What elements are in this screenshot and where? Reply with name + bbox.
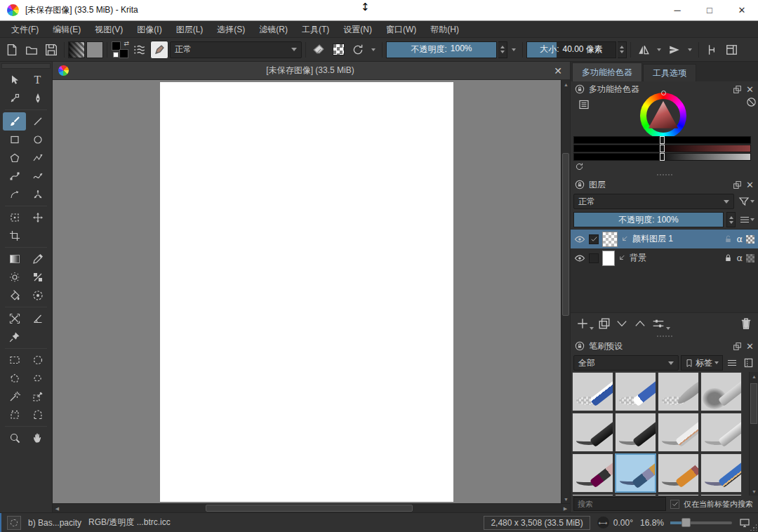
close-docker-icon[interactable]: ✕ [746, 84, 754, 95]
tool-freehand-path[interactable] [26, 167, 49, 185]
tool-color-sampler[interactable] [26, 250, 49, 268]
lock-icon[interactable] [724, 253, 733, 262]
layer-row-background[interactable]: 背景 α [571, 248, 758, 267]
layer-filter-icon[interactable] [737, 194, 755, 209]
tool-fill[interactable] [3, 286, 26, 305]
alpha-lock-icon[interactable]: α [736, 234, 743, 244]
open-document-button[interactable] [22, 41, 41, 59]
preset-wet-brush-selected[interactable] [615, 453, 656, 493]
size-spinner[interactable] [618, 41, 627, 58]
visibility-eye-icon[interactable] [574, 253, 585, 264]
menu-tools[interactable]: 工具(T) [295, 21, 336, 38]
layer-thumbnail[interactable] [602, 251, 615, 266]
canvas-page[interactable] [160, 82, 453, 502]
preset-stick-eraser[interactable] [615, 372, 656, 411]
tool-polygon-select[interactable] [3, 369, 26, 387]
menu-edit[interactable]: 编辑(E) [46, 21, 88, 38]
duplicate-layer-button[interactable] [598, 317, 611, 330]
tool-bezier-curve[interactable] [3, 167, 26, 185]
shade-bar-1[interactable] [573, 136, 751, 144]
tool-pan[interactable] [26, 429, 49, 447]
preset-block-eraser[interactable] [572, 372, 613, 411]
brush-size-slider[interactable]: 大小:40.00 像素 [526, 41, 616, 58]
layer-blend-dropdown[interactable]: 正常 [573, 194, 734, 209]
menu-layer[interactable]: 图层(L) [169, 21, 211, 38]
tool-assistants[interactable] [3, 310, 26, 328]
tool-similar-select[interactable] [26, 387, 49, 406]
tool-polygon[interactable] [3, 149, 26, 167]
move-layer-up-button[interactable] [633, 317, 647, 330]
rotation-value[interactable]: 0.00° [613, 518, 633, 528]
preset-partial-row[interactable] [572, 494, 613, 496]
save-button[interactable] [42, 41, 60, 59]
preset-filter-dropdown[interactable]: 全部 [573, 355, 679, 371]
vscroll-thumb[interactable] [562, 153, 569, 316]
preset-display-mode-icon[interactable] [741, 355, 755, 371]
inherit-alpha-icon[interactable] [746, 254, 754, 262]
blending-mode-dropdown[interactable]: 正常 [170, 41, 302, 58]
tool-bezier-select[interactable] [3, 406, 26, 424]
move-layer-down-button[interactable] [615, 317, 629, 330]
preset-detail-brush[interactable] [658, 453, 699, 493]
preset-blue-pencil[interactable] [700, 453, 742, 493]
menu-view[interactable]: 视图(V) [88, 21, 130, 38]
preset-soft-eraser[interactable] [658, 372, 699, 411]
toolbox-drag-handle[interactable] [1, 63, 51, 69]
tool-edit-shapes[interactable] [3, 89, 26, 107]
tool-text[interactable]: T [26, 71, 49, 89]
tool-rectangle[interactable] [3, 131, 26, 149]
preserve-alpha-button[interactable] [329, 41, 347, 59]
canvas-horizontal-scrollbar[interactable]: ◀ ▶ [53, 503, 570, 512]
lock-docker-icon[interactable] [575, 84, 585, 94]
scroll-down-icon[interactable]: ▼ [561, 495, 571, 503]
zoom-slider[interactable] [670, 521, 732, 524]
preset-marker[interactable] [572, 413, 613, 452]
selection-display-mode-icon[interactable] [7, 516, 21, 530]
layer-checkbox-checked[interactable] [589, 234, 599, 244]
delete-layer-button[interactable] [740, 317, 752, 330]
add-layer-button[interactable] [576, 317, 594, 330]
menu-settings[interactable]: 设置(N) [336, 21, 379, 38]
brush-settings-icon[interactable] [131, 41, 149, 59]
snap-settings-icon[interactable] [703, 41, 721, 59]
horizontal-mirror-button[interactable] [634, 41, 653, 59]
shade-bar-2[interactable] [573, 145, 751, 152]
layer-properties-button[interactable] [651, 317, 670, 330]
tool-reference-images[interactable] [3, 328, 26, 346]
tool-polyline[interactable] [26, 149, 49, 167]
float-docker-icon[interactable] [733, 180, 742, 189]
tool-gradient[interactable] [3, 250, 26, 268]
menu-select[interactable]: 选择(S) [210, 21, 252, 38]
minimize-button[interactable]: ─ [661, 0, 693, 20]
lock-docker-icon[interactable] [575, 180, 585, 189]
preset-airbrush[interactable] [700, 372, 742, 411]
opacity-slider[interactable]: 不透明度:100% [386, 41, 497, 58]
close-docker-icon[interactable]: ✕ [746, 180, 754, 190]
gamut-mask-off-icon[interactable] [746, 97, 757, 107]
subwindow-close-icon[interactable]: ✕ [552, 65, 564, 77]
preset-paint-brush[interactable] [572, 453, 613, 493]
tool-rect-select[interactable] [3, 351, 26, 369]
lock-docker-icon[interactable] [575, 341, 585, 351]
tool-freehand-brush[interactable] [3, 112, 26, 131]
shade-bar-3[interactable] [573, 153, 751, 161]
tool-crop[interactable] [3, 227, 26, 245]
wrap-around-button[interactable] [665, 41, 684, 59]
preset-partial-row[interactable] [615, 494, 656, 496]
float-docker-icon[interactable] [733, 85, 742, 94]
preset-marker-soft[interactable] [615, 413, 656, 452]
color-selector-settings-icon[interactable] [576, 98, 592, 111]
refresh-shades-icon[interactable] [575, 162, 584, 171]
layer-opacity-spinner[interactable] [726, 212, 736, 227]
brush-editor-button[interactable] [150, 41, 168, 59]
reload-preset-button[interactable] [349, 41, 367, 59]
preset-search-input[interactable] [573, 497, 666, 511]
hscroll-thumb[interactable] [206, 505, 413, 512]
maximize-button[interactable]: □ [693, 0, 726, 20]
new-document-button[interactable] [3, 41, 21, 59]
preset-partial-row[interactable] [700, 494, 742, 496]
tool-zoom[interactable] [3, 429, 26, 447]
canvas-vertical-scrollbar[interactable]: ▲ ▼ [561, 80, 570, 503]
zoom-slider-handle[interactable] [681, 518, 691, 527]
menu-help[interactable]: 帮助(H) [423, 21, 466, 38]
